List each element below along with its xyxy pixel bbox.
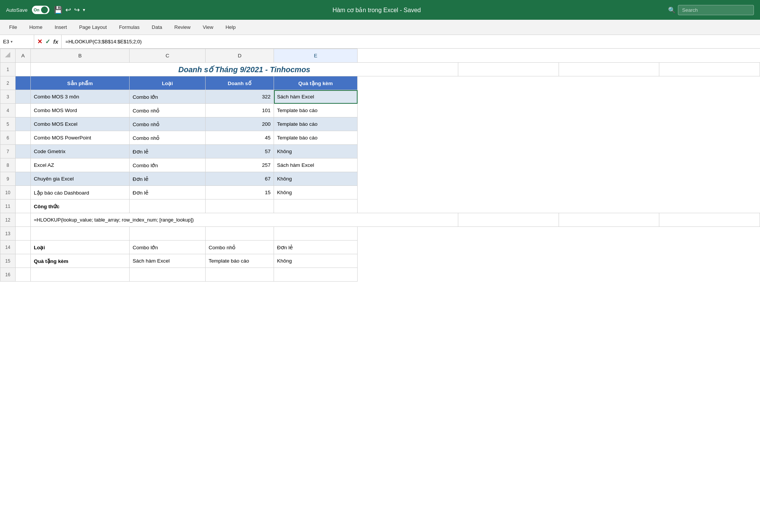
table-cell[interactable] [659, 213, 760, 227]
cancel-formula-icon[interactable]: ✕ [37, 38, 42, 45]
table-cell[interactable]: Combo nhỏ [130, 104, 206, 117]
table-cell[interactable] [31, 268, 130, 282]
col-header-b[interactable]: B [31, 49, 130, 63]
table-cell[interactable] [458, 63, 559, 76]
table-cell[interactable] [31, 227, 130, 241]
table-cell[interactable]: Combo nhỏ [206, 241, 274, 254]
table-cell[interactable]: Đơn lẻ [130, 172, 206, 186]
table-cell[interactable]: 200 [206, 117, 274, 131]
table-cell[interactable]: Không [274, 254, 358, 268]
table-cell[interactable]: Đơn lẻ [274, 241, 358, 254]
table-cell[interactable]: 101 [206, 104, 274, 117]
col-header-d[interactable]: D [206, 49, 274, 63]
table-cell[interactable]: Quà tặng kèm [274, 76, 358, 90]
table-cell[interactable]: Sách hàm Excel [130, 254, 206, 268]
confirm-formula-icon[interactable]: ✓ [45, 38, 50, 45]
search-input[interactable] [678, 5, 754, 15]
menu-data[interactable]: Data [146, 22, 167, 32]
table-cell[interactable] [16, 213, 31, 227]
undo-icon[interactable]: ↩ [65, 6, 71, 14]
table-cell[interactable]: Chuyên gia Excel [31, 172, 130, 186]
table-cell[interactable]: =HLOOKUP(lookup_value; table_array; row_… [31, 213, 458, 227]
table-cell[interactable]: Combo MOS Excel [31, 117, 130, 131]
col-header-a[interactable]: A [16, 49, 31, 63]
table-cell[interactable] [274, 268, 358, 282]
table-cell[interactable] [274, 227, 358, 241]
table-cell[interactable]: 15 [206, 186, 274, 200]
table-cell[interactable]: 57 [206, 145, 274, 158]
autosave-toggle[interactable]: On [32, 6, 49, 14]
table-cell[interactable]: Quà tặng kèm [31, 254, 130, 268]
table-cell[interactable] [16, 268, 31, 282]
redo-icon[interactable]: ↪ [74, 6, 80, 14]
table-cell[interactable]: Combo MOS 3 môn [31, 90, 130, 104]
cell-ref-dropdown[interactable]: ▾ [11, 40, 13, 44]
table-cell[interactable] [130, 268, 206, 282]
table-cell[interactable] [16, 241, 31, 254]
table-cell[interactable]: Template báo cáo [206, 254, 274, 268]
table-cell[interactable]: Đơn lẻ [130, 145, 206, 158]
table-cell[interactable] [130, 227, 206, 241]
menu-review[interactable]: Review [169, 22, 196, 32]
table-cell[interactable]: Doanh số [206, 76, 274, 90]
table-cell[interactable] [16, 76, 31, 90]
table-cell[interactable]: Sách hàm Excel [274, 90, 358, 104]
menu-view[interactable]: View [197, 22, 218, 32]
table-cell[interactable] [16, 227, 31, 241]
table-cell[interactable]: Không [274, 172, 358, 186]
formula-input[interactable]: =HLOOKUP(C3;$B$14:$E$15;2;0) [62, 39, 760, 44]
table-cell[interactable] [559, 213, 659, 227]
table-cell[interactable] [559, 63, 659, 76]
table-cell[interactable] [16, 117, 31, 131]
table-cell[interactable]: Combo nhỏ [130, 117, 206, 131]
table-cell[interactable] [659, 63, 760, 76]
menu-home[interactable]: Home [24, 22, 48, 32]
table-cell[interactable] [16, 158, 31, 172]
table-cell[interactable] [16, 200, 31, 213]
col-header-e[interactable]: E [274, 49, 358, 63]
table-cell[interactable]: Combo lớn [130, 241, 206, 254]
insert-function-icon[interactable]: fx [53, 38, 58, 45]
menu-file[interactable]: File [4, 22, 22, 32]
table-cell[interactable]: Loại [130, 76, 206, 90]
table-cell[interactable] [16, 104, 31, 117]
table-cell[interactable]: Template báo cáo [274, 104, 358, 117]
table-cell[interactable]: Code Gmetrix [31, 145, 130, 158]
table-cell[interactable] [206, 200, 274, 213]
table-cell[interactable]: Đơn lẻ [130, 186, 206, 200]
menu-insert[interactable]: Insert [49, 22, 73, 32]
table-cell[interactable]: Lập báo cáo Dashboard [31, 186, 130, 200]
table-cell[interactable] [274, 200, 358, 213]
table-cell[interactable]: Doanh số Tháng 9/2021 - Tinhocmos [31, 63, 458, 76]
table-cell[interactable] [16, 172, 31, 186]
table-cell[interactable]: Combo lớn [130, 90, 206, 104]
down-arrow-icon[interactable]: ▾ [83, 7, 85, 13]
table-cell[interactable]: Combo nhỏ [130, 131, 206, 145]
table-cell[interactable] [16, 254, 31, 268]
table-cell[interactable] [16, 186, 31, 200]
table-cell[interactable] [16, 131, 31, 145]
table-cell[interactable] [16, 90, 31, 104]
table-cell[interactable]: Công thức [31, 200, 130, 213]
menu-help[interactable]: Help [220, 22, 241, 32]
table-cell[interactable]: 45 [206, 131, 274, 145]
table-cell[interactable]: Combo lớn [130, 158, 206, 172]
table-cell[interactable]: Combo MOS PowerPoint [31, 131, 130, 145]
table-cell[interactable]: Sách hàm Excel [274, 158, 358, 172]
table-cell[interactable]: Loại [31, 241, 130, 254]
cell-reference-box[interactable]: E3 ▾ [0, 35, 34, 48]
table-cell[interactable] [16, 63, 31, 76]
menu-formulas[interactable]: Formulas [114, 22, 145, 32]
table-cell[interactable]: 67 [206, 172, 274, 186]
table-cell[interactable] [206, 227, 274, 241]
save-icon[interactable]: 💾 [54, 6, 62, 14]
table-cell[interactable] [130, 200, 206, 213]
table-cell[interactable]: 322 [206, 90, 274, 104]
table-cell[interactable]: 257 [206, 158, 274, 172]
table-cell[interactable]: Không [274, 145, 358, 158]
table-cell[interactable]: Excel AZ [31, 158, 130, 172]
table-cell[interactable]: Sản phẩm [31, 76, 130, 90]
table-cell[interactable]: Không [274, 186, 358, 200]
table-cell[interactable]: Template báo cáo [274, 131, 358, 145]
table-cell[interactable]: Template báo cáo [274, 117, 358, 131]
